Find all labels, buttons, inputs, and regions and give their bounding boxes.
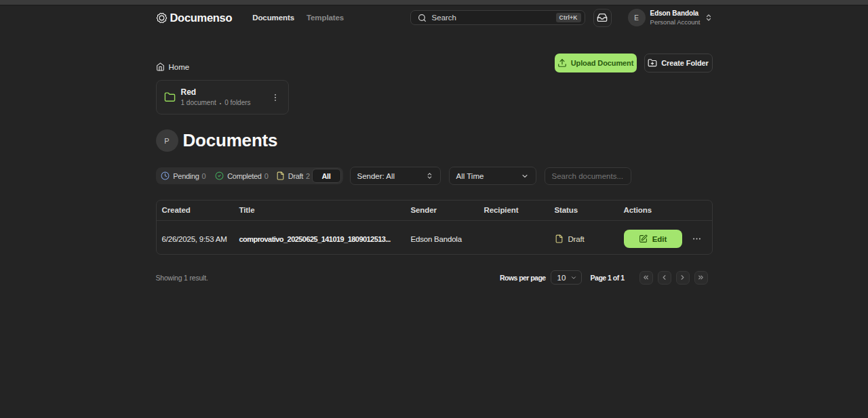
ellipsis-icon — [692, 234, 702, 244]
team-avatar[interactable]: P — [156, 129, 178, 152]
folder-documents-count: 1 document — [181, 100, 216, 106]
filters-row: Pending 0 Completed 0 Draft 2 All — [156, 167, 713, 185]
cell-sender: Edson Bandola — [406, 220, 479, 254]
inbox-button[interactable] — [593, 9, 612, 27]
upload-icon — [557, 58, 567, 68]
folder-plus-icon — [648, 58, 657, 68]
user-name: Edson Bandola — [650, 10, 701, 19]
chevron-down-icon — [521, 172, 529, 180]
results-summary: Showing 1 result. — [156, 274, 208, 282]
chevron-left-icon — [660, 274, 668, 281]
chevrons-up-down-icon — [705, 14, 713, 22]
tab-all-label: All — [321, 172, 330, 180]
brand-name: Documenso — [170, 12, 233, 24]
upload-document-label: Upload Document — [571, 59, 634, 67]
global-search[interactable]: Search Ctrl+K — [410, 10, 585, 25]
cell-created: 6/26/2025, 9:53 AM — [157, 220, 234, 254]
chevron-right-icon — [679, 274, 686, 281]
table-header-row: Created Title Sender Recipient Status Ac… — [157, 201, 712, 220]
page-info: Page 1 of 1 — [591, 274, 625, 282]
previous-page-button[interactable] — [658, 271, 671, 285]
tab-draft-count: 2 — [306, 172, 310, 180]
sender-filter[interactable]: Sender: All — [350, 167, 441, 185]
column-recipient: Recipient — [479, 201, 549, 220]
sender-filter-value: Sender: All — [357, 172, 395, 180]
file-icon — [276, 171, 285, 180]
breadcrumb[interactable]: Home — [156, 62, 190, 72]
nav-documents[interactable]: Documents — [252, 14, 294, 22]
table-footer: Showing 1 result. Rows per page 10 Page … — [156, 270, 713, 285]
documents-table: Created Title Sender Recipient Status Ac… — [156, 200, 713, 255]
pagination: Rows per page 10 Page 1 of 1 — [500, 270, 713, 285]
ellipsis-vertical-icon — [271, 93, 280, 102]
search-placeholder: Search — [432, 14, 456, 22]
toolbar-row: Home Upload Document Create Folder — [156, 54, 713, 72]
search-icon — [418, 14, 427, 22]
search-shortcut-badge: Ctrl+K — [556, 13, 581, 22]
chevron-down-icon — [570, 274, 577, 281]
last-page-button[interactable] — [694, 271, 708, 285]
folder-menu-button[interactable] — [269, 91, 281, 104]
folder-icon — [164, 91, 176, 103]
brand[interactable]: Documenso — [156, 12, 233, 24]
rows-per-page-select[interactable]: 10 — [551, 270, 582, 285]
tab-completed-label: Completed — [227, 172, 262, 180]
table-row[interactable]: 6/26/2025, 9:53 AM comprovativo_20250625… — [157, 220, 712, 254]
upload-document-button[interactable]: Upload Document — [555, 54, 637, 72]
edit-button[interactable]: Edit — [624, 230, 682, 248]
tab-completed[interactable]: Completed 0 — [210, 169, 275, 183]
cell-recipient — [479, 220, 549, 254]
period-filter-value: All Time — [456, 172, 484, 180]
window-top-strip — [0, 0, 868, 5]
nav-templates[interactable]: Templates — [307, 14, 344, 22]
create-folder-button[interactable]: Create Folder — [644, 54, 713, 72]
cell-title[interactable]: comprovativo_20250625_141019_1809012513.… — [234, 220, 406, 254]
file-icon — [555, 234, 564, 243]
first-page-button[interactable] — [639, 271, 653, 285]
check-circle-icon — [215, 171, 224, 180]
tab-pending-label: Pending — [173, 172, 199, 180]
period-filter[interactable]: All Time — [449, 167, 536, 185]
tab-pending[interactable]: Pending 0 — [158, 169, 210, 183]
edit-icon — [639, 234, 648, 243]
folder-meta: 1 document • 0 folders — [181, 100, 251, 106]
tab-all[interactable]: All — [312, 169, 341, 183]
account-menu[interactable]: E Edson Bandola Personal Account — [628, 9, 713, 26]
user-avatar: E — [628, 9, 646, 26]
status-badge: Draft — [568, 235, 585, 243]
tab-pending-count: 0 — [202, 172, 206, 180]
main-content: Home Upload Document Create Folder Red — [156, 54, 713, 285]
column-title[interactable]: Title — [234, 201, 406, 220]
next-page-button[interactable] — [676, 271, 690, 285]
chevrons-left-icon — [642, 274, 650, 281]
column-created[interactable]: Created — [157, 201, 234, 220]
rows-per-page-value: 10 — [557, 274, 566, 282]
folder-folders-count: 0 folders — [224, 100, 250, 106]
inbox-icon — [597, 12, 608, 23]
documents-search-input[interactable] — [545, 167, 631, 185]
chevrons-right-icon — [697, 274, 705, 281]
main-nav: Documents Templates — [252, 14, 344, 22]
folder-name: Red — [181, 88, 251, 100]
breadcrumb-label: Home — [169, 63, 190, 71]
edit-button-label: Edit — [652, 235, 667, 243]
clock-icon — [161, 171, 170, 180]
status-tabs: Pending 0 Completed 0 Draft 2 All — [156, 167, 343, 184]
cell-status: Draft — [549, 220, 618, 254]
page-title: Documents — [183, 130, 278, 151]
column-sender: Sender — [406, 201, 479, 220]
page-heading: P Documents — [156, 129, 713, 152]
folder-meta-separator: • — [220, 101, 221, 106]
tab-completed-count: 0 — [264, 172, 269, 180]
account-type: Personal Account — [650, 19, 701, 26]
documenso-logo-icon — [156, 12, 167, 24]
home-icon — [156, 62, 165, 71]
tab-draft-label: Draft — [288, 172, 303, 180]
folder-card[interactable]: Red 1 document • 0 folders — [156, 80, 289, 114]
column-actions: Actions — [618, 201, 712, 220]
row-menu-button[interactable] — [690, 232, 703, 245]
chevrons-up-down-icon — [426, 172, 433, 180]
cell-actions: Edit — [618, 220, 712, 254]
tab-draft[interactable]: Draft 2 — [275, 169, 312, 183]
create-folder-label: Create Folder — [661, 59, 709, 67]
